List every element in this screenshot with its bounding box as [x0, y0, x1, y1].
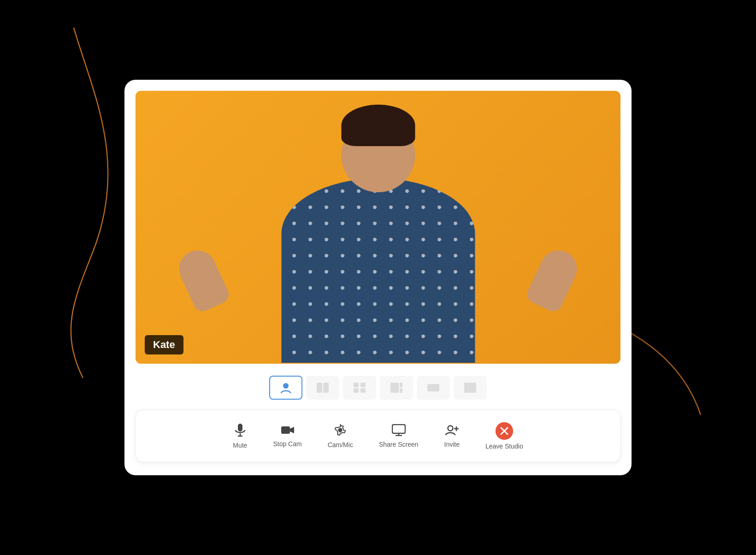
- cam-mic-label: Cam/Mic: [328, 441, 353, 449]
- svg-rect-18: [392, 425, 405, 433]
- leave-studio-button[interactable]: Leave Studio: [472, 418, 536, 455]
- invite-button[interactable]: Invite: [431, 419, 472, 453]
- stop-cam-label: Stop Cam: [273, 440, 301, 448]
- video-app-container: Kate: [124, 80, 632, 475]
- share-screen-button[interactable]: Share Screen: [366, 419, 431, 453]
- svg-rect-16: [281, 426, 290, 434]
- svg-point-1: [283, 383, 289, 389]
- person-hair: [341, 105, 415, 146]
- view-option-speaker[interactable]: [269, 376, 302, 400]
- controls-bar: Mute Stop Cam Cam/Mic: [136, 410, 620, 462]
- leave-label: Leave Studio: [485, 443, 523, 450]
- svg-rect-4: [354, 383, 359, 387]
- view-option-blank[interactable]: [454, 376, 487, 400]
- view-option-grid4[interactable]: [343, 376, 376, 400]
- person-add-icon: [445, 424, 459, 438]
- svg-rect-5: [360, 383, 366, 387]
- view-option-wide[interactable]: [417, 376, 450, 400]
- mic-icon: [234, 423, 246, 439]
- participant-name-badge: Kate: [145, 335, 183, 354]
- svg-rect-8: [390, 383, 399, 393]
- view-selector-bar: [136, 372, 620, 403]
- person-body: [281, 178, 475, 363]
- svg-rect-6: [354, 388, 359, 393]
- cam-mic-button[interactable]: Cam/Mic: [315, 419, 366, 453]
- svg-rect-3: [323, 383, 329, 393]
- share-screen-label: Share Screen: [379, 441, 419, 448]
- svg-rect-10: [400, 388, 402, 393]
- monitor-icon: [392, 424, 406, 438]
- video-placeholder: [136, 91, 620, 364]
- cam-icon: [281, 425, 295, 437]
- mute-button[interactable]: Mute: [220, 419, 260, 454]
- svg-rect-12: [464, 383, 476, 393]
- video-feed: Kate: [136, 91, 620, 364]
- gear-icon: [334, 424, 347, 438]
- svg-rect-9: [400, 383, 402, 387]
- invite-label: Invite: [444, 441, 460, 448]
- svg-rect-13: [238, 424, 242, 431]
- svg-rect-7: [360, 388, 366, 393]
- svg-point-17: [338, 428, 343, 432]
- person-figure: [196, 105, 560, 364]
- mute-label: Mute: [233, 442, 247, 449]
- svg-rect-11: [427, 384, 439, 391]
- svg-rect-2: [317, 383, 322, 393]
- svg-point-21: [448, 425, 453, 431]
- view-option-grid2[interactable]: [306, 376, 339, 400]
- leave-icon: [496, 422, 513, 440]
- view-option-side[interactable]: [380, 376, 413, 400]
- stop-cam-button[interactable]: Stop Cam: [260, 420, 314, 452]
